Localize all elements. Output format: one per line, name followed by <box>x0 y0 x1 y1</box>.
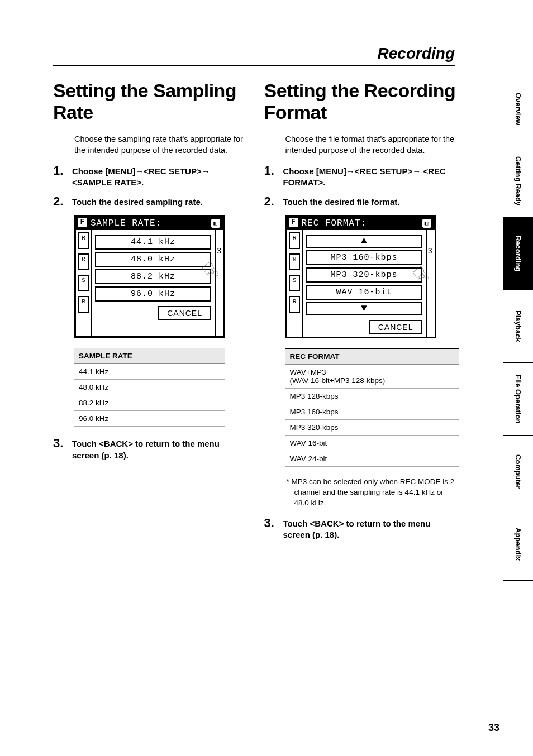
step-number: 2. <box>53 195 72 208</box>
lcd-option[interactable]: WAV 16-bit <box>306 285 422 300</box>
lcd-option[interactable]: MP3 160-kbps <box>306 250 422 265</box>
lcd-corner-icon: F <box>289 218 298 227</box>
step-text-part: Choose [MENU] <box>72 166 135 176</box>
section-title: Recording <box>378 45 455 63</box>
lcd-left-strip: R R S R <box>287 230 303 337</box>
step-1-left: 1. Choose [MENU]→<REC SETUP>→ <SAMPLE RA… <box>53 164 248 189</box>
arrow-icon: → <box>412 166 421 177</box>
table-row: 96.0 kHz <box>74 411 225 427</box>
lcd-sample-rate: F SAMPLE RATE: ◧ R R S R 44.1 kHz 48.0 k… <box>74 215 225 338</box>
lcd-side-icon: R <box>78 253 89 270</box>
table-row: MP3 128-kbps <box>285 389 459 404</box>
table-row: 48.0 kHz <box>74 380 225 395</box>
tab-overview[interactable]: Overview <box>503 73 533 145</box>
arrow-icon: → <box>346 166 355 177</box>
table-row: MP3 320-kbps <box>285 420 459 436</box>
lcd-title-bar: F REC FORMAT: ◧ <box>287 217 435 230</box>
lcd-cancel-button[interactable]: CANCEL <box>158 306 211 320</box>
lcd-side-icon: R <box>78 232 89 249</box>
step-number: 2. <box>264 195 283 208</box>
tab-getting-ready[interactable]: Getting Ready <box>503 145 533 218</box>
step-2-right: 2. Touch the desired file format. <box>264 195 459 208</box>
lcd-scroll-num: 3 <box>217 247 221 256</box>
lcd-option[interactable]: 88.2 kHz <box>95 269 211 284</box>
step-number: 1. <box>264 164 283 178</box>
arrow-icon: → <box>202 166 210 177</box>
tab-recording[interactable]: Recording <box>503 218 533 290</box>
lcd-top-right-icon: ◧ <box>422 219 431 228</box>
lcd-side-icon: R <box>78 296 89 313</box>
lcd-title-text: SAMPLE RATE: <box>91 218 161 228</box>
lcd-corner-icon: F <box>78 218 87 227</box>
lcd-scroll-up[interactable] <box>306 235 422 248</box>
tab-file-operation[interactable]: File Operation <box>503 363 533 436</box>
tab-appendix[interactable]: Appendix <box>503 508 533 581</box>
table-row: 88.2 kHz <box>74 395 225 411</box>
step-text: Choose [MENU]→<REC SETUP>→ <SAMPLE RATE>… <box>72 164 248 189</box>
step-1-right: 1. Choose [MENU]→<REC SETUP>→ <REC FORMA… <box>264 164 459 189</box>
step-number: 1. <box>53 164 72 178</box>
lcd-option[interactable]: MP3 320-kbps <box>306 267 422 283</box>
step-2-left: 2. Touch the desired sampling rate. <box>53 195 248 208</box>
cell-text: WAV+MP3 <box>290 368 326 376</box>
table-row: WAV 16-bit <box>285 436 459 451</box>
lcd-option[interactable]: 96.0 kHz <box>95 286 211 302</box>
tab-playback[interactable]: Playback <box>503 290 533 363</box>
step-text: Touch <BACK> to return to the menu scree… <box>72 437 248 461</box>
step-text: Touch the desired file format. <box>283 195 400 208</box>
step-text-part: Choose [MENU] <box>283 166 346 176</box>
page-number: 33 <box>488 722 499 734</box>
lcd-side-icon: R <box>289 296 300 313</box>
step-3-left: 3. Touch <BACK> to return to the menu sc… <box>53 437 248 461</box>
lcd-side-icon: R <box>289 232 300 249</box>
col-sampling-rate: Setting the Sampling Rate Choose the sam… <box>53 80 248 546</box>
step-number: 3. <box>53 437 72 450</box>
cell-text: (WAV 16-bit+MP3 128-kbps) <box>290 376 386 385</box>
step-text-part: <REC SETUP> <box>144 166 201 176</box>
lcd-side-icon: R <box>289 253 300 270</box>
lcd-left-strip: R R S R <box>76 230 92 336</box>
table-row: 44.1 kHz <box>74 364 225 380</box>
table-row: WAV+MP3 (WAV 16-bit+MP3 128-kbps) <box>285 365 459 389</box>
step-number: 3. <box>264 516 283 530</box>
lcd-scroll-down[interactable] <box>306 302 422 315</box>
step-text: Touch <BACK> to return to the menu scree… <box>283 516 459 541</box>
lcd-title-text: REC FORMAT: <box>302 218 367 228</box>
lcd-option[interactable]: 44.1 kHz <box>95 235 211 250</box>
step-text: Choose [MENU]→<REC SETUP>→ <REC FORMAT>. <box>283 164 459 189</box>
step-text: Touch the desired sampling rate. <box>72 195 203 208</box>
tab-computer[interactable]: Computer <box>503 436 533 508</box>
table-row: MP3 160-kbps <box>285 404 459 420</box>
table-header: SAMPLE RATE <box>74 348 225 364</box>
lcd-side-icon: S <box>289 275 300 291</box>
footnote-mp3: * MP3 can be selected only when REC MODE… <box>294 477 459 509</box>
heading-rec-format: Setting the Recording Format <box>264 80 459 123</box>
arrow-icon: → <box>135 166 144 177</box>
step-3-right: 3. Touch <BACK> to return to the menu sc… <box>264 516 459 541</box>
table-sample-rate: SAMPLE RATE 44.1 kHz 48.0 kHz 88.2 kHz 9… <box>74 348 225 427</box>
heading-sampling-rate: Setting the Sampling Rate <box>53 80 248 123</box>
col-rec-format: Setting the Recording Format Choose the … <box>264 80 500 546</box>
lcd-scrollbar[interactable]: 3 <box>426 230 435 337</box>
lcd-option[interactable]: 48.0 kHz <box>95 252 211 267</box>
table-row: WAV 24-bit <box>285 451 459 467</box>
table-header: REC FORMAT <box>285 349 459 365</box>
step-text-part: <SAMPLE RATE>. <box>72 178 144 187</box>
lcd-title-bar: F SAMPLE RATE: ◧ <box>76 217 223 230</box>
intro-rec-format: Choose the file format that's appropriat… <box>285 133 459 156</box>
side-tab-strip: Overview Getting Ready Recording Playbac… <box>503 73 533 581</box>
step-text-part: <REC SETUP> <box>355 166 412 176</box>
lcd-cancel-button[interactable]: CANCEL <box>369 320 422 334</box>
lcd-scroll-num: 3 <box>428 247 432 256</box>
intro-sampling-rate: Choose the sampling rate that's appropri… <box>74 133 248 156</box>
lcd-scrollbar[interactable]: 3 <box>215 230 223 336</box>
lcd-side-icon: S <box>78 275 89 291</box>
table-rec-format: REC FORMAT WAV+MP3 (WAV 16-bit+MP3 128-k… <box>285 348 459 467</box>
lcd-top-right-icon: ◧ <box>211 219 220 228</box>
lcd-rec-format: F REC FORMAT: ◧ R R S R MP3 160-kbps MP3… <box>285 215 436 338</box>
